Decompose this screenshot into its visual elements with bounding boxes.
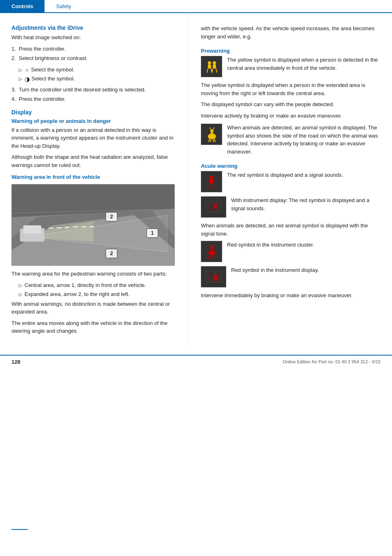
svg-rect-36 bbox=[210, 179, 213, 184]
step-3-text: Turn the controller until the desired se… bbox=[19, 86, 176, 94]
steps-list: 1. Press the controller. 2. Select brigh… bbox=[11, 45, 176, 62]
red-animal-display-icon bbox=[206, 269, 221, 285]
step-1-text: Press the controller. bbox=[19, 45, 176, 53]
arrow-icon-3: ▷ bbox=[19, 282, 22, 289]
footer-page-number: 128 bbox=[11, 359, 20, 365]
right-continuation: with the vehicle speed. As the vehicle s… bbox=[201, 24, 381, 40]
warning-area-bullets: ▷ Central area, arrow 1, directly in fro… bbox=[19, 281, 176, 298]
svg-point-22 bbox=[213, 61, 216, 64]
warning-people-heading: Warning of people or animals in danger bbox=[11, 118, 176, 124]
step2-sub2-sym: ◑ bbox=[24, 75, 30, 84]
step-3: 3. Turn the controller until the desired… bbox=[11, 86, 176, 94]
svg-line-60 bbox=[213, 279, 214, 282]
warning-para1: If a collision with a person or an anima… bbox=[11, 126, 176, 150]
svg-line-43 bbox=[213, 209, 214, 212]
red-animal-cluster-icon bbox=[204, 244, 219, 259]
prewarning-para3: Intervene actively by braking or make an… bbox=[201, 112, 381, 120]
footer: 128 Online Edition for Part no. 01 40 2 … bbox=[0, 355, 392, 368]
svg-rect-27 bbox=[211, 132, 213, 136]
animal-icon-row: When animals are detected, an animal sym… bbox=[201, 124, 381, 159]
acute-warning-heading: Acute warning bbox=[201, 163, 381, 169]
svg-line-34 bbox=[213, 127, 214, 130]
step-4: 4. Press the controller. bbox=[11, 95, 176, 103]
bullet-expanded-text: Expanded area, arrow 2, to the right and… bbox=[24, 290, 129, 298]
svg-line-40 bbox=[213, 180, 216, 180]
acute-icon-row4: Red symbol in the instrument display. bbox=[201, 266, 381, 287]
step-4-num: 4. bbox=[11, 95, 19, 103]
svg-line-62 bbox=[216, 280, 217, 282]
svg-rect-9 bbox=[23, 225, 41, 234]
prewarning-icon-row1: The yellow symbol is displayed when a pe… bbox=[201, 56, 381, 77]
animal-warning-icon bbox=[204, 127, 219, 142]
acute-icon-box4 bbox=[201, 266, 226, 287]
steps-list-2: 3. Turn the controller until the desired… bbox=[11, 86, 176, 103]
step-2-text: Select brightness or contrast. bbox=[19, 54, 176, 62]
svg-text:1: 1 bbox=[151, 230, 154, 236]
svg-line-24 bbox=[212, 69, 213, 73]
arrow-icon-1: ▷ bbox=[19, 67, 22, 73]
arrow-icon-2: ▷ bbox=[19, 76, 22, 82]
warning-area-svg: 1 2 2 bbox=[12, 185, 175, 266]
main-content: Adjustments via the iDrive With heat ima… bbox=[0, 13, 392, 347]
area-moves-note: The entire area moves along with the veh… bbox=[11, 319, 176, 335]
bullet-expanded: ▷ Expanded area, arrow 2, to the right a… bbox=[19, 290, 176, 298]
prewarning-para2: The displayed symbol can vary with the p… bbox=[201, 100, 381, 109]
footer-edition-text: Online Edition for Part no. 01 40 2 954 … bbox=[283, 359, 381, 364]
svg-line-56 bbox=[213, 245, 214, 247]
header-tabs: Controls Safety bbox=[0, 0, 392, 13]
svg-point-18 bbox=[208, 61, 211, 64]
step-3-num: 3. bbox=[11, 86, 19, 94]
animal-warning-note: With animal warnings, no distinction is … bbox=[11, 300, 176, 316]
svg-line-25 bbox=[216, 69, 217, 73]
acute-icon-row2: With instrument display: The red symbol … bbox=[201, 196, 381, 218]
svg-line-51 bbox=[208, 255, 209, 258]
step2-sub-list: ▷ ☼ Select the symbol. ▷ ◑ Select the sy… bbox=[19, 66, 176, 84]
acute-icon-box2 bbox=[201, 196, 226, 218]
acute-text2: With instrument display: The red symbol … bbox=[231, 196, 381, 212]
svg-rect-23 bbox=[213, 64, 216, 69]
svg-line-61 bbox=[215, 280, 215, 282]
section-idrive-intro: With heat image switched on: bbox=[11, 33, 176, 42]
svg-point-41 bbox=[214, 202, 216, 205]
prewarning-para1: The yellow symbol is displayed when a pe… bbox=[201, 81, 381, 97]
acute-text3: Red symbol in the instrument cluster. bbox=[227, 241, 381, 249]
acute-icon-row1: The red symbol is displayed and a signal… bbox=[201, 171, 381, 192]
people-warning-icon bbox=[204, 59, 219, 74]
step2-sub1-sym: ☼ bbox=[24, 66, 29, 74]
left-column: Adjustments via the iDrive With heat ima… bbox=[0, 13, 188, 347]
prewarning-heading: Prewarning bbox=[201, 48, 381, 54]
step2-sub2: ▷ ◑ Select the symbol. bbox=[19, 75, 176, 84]
svg-line-30 bbox=[210, 139, 211, 142]
svg-line-20 bbox=[207, 69, 208, 73]
warning-area-diagram: 1 2 2 bbox=[11, 184, 175, 266]
instrument-display-red-person-icon bbox=[206, 199, 221, 215]
svg-rect-42 bbox=[214, 205, 216, 209]
svg-rect-19 bbox=[208, 64, 211, 69]
tab-safety[interactable]: Safety bbox=[45, 0, 82, 12]
svg-text:2: 2 bbox=[110, 250, 113, 256]
svg-line-53 bbox=[213, 255, 214, 258]
warning-area-heading: Warning area in front of the vehicle bbox=[11, 174, 176, 180]
animal-icon-box bbox=[201, 124, 222, 145]
tab-controls[interactable]: Controls bbox=[0, 0, 45, 12]
acute-icon-box1 bbox=[201, 171, 222, 192]
svg-rect-58 bbox=[215, 275, 216, 278]
step2-sub1: ▷ ☼ Select the symbol. bbox=[19, 66, 176, 74]
svg-text:2: 2 bbox=[110, 214, 113, 220]
svg-line-39 bbox=[207, 180, 210, 182]
step2-sub1-text: Select the symbol. bbox=[31, 66, 74, 74]
acute-final-note: Intervene immediately by braking or make… bbox=[201, 291, 381, 300]
svg-line-38 bbox=[213, 184, 214, 189]
prewarning-text1: The yellow symbol is displayed when a pe… bbox=[227, 56, 381, 72]
svg-line-37 bbox=[209, 184, 210, 189]
step2-sub2-text: Select the symbol. bbox=[31, 75, 75, 83]
section-idrive-heading: Adjustments via the iDrive bbox=[11, 24, 176, 31]
svg-line-44 bbox=[216, 209, 217, 212]
step-2-num: 2. bbox=[11, 54, 19, 62]
right-column: with the vehicle speed. As the vehicle s… bbox=[188, 13, 392, 347]
svg-rect-49 bbox=[211, 249, 213, 253]
svg-line-63 bbox=[218, 279, 218, 281]
svg-line-54 bbox=[215, 255, 216, 258]
svg-line-46 bbox=[216, 205, 218, 206]
acute-animal-note: When animals are detected, an red animal… bbox=[201, 222, 381, 238]
